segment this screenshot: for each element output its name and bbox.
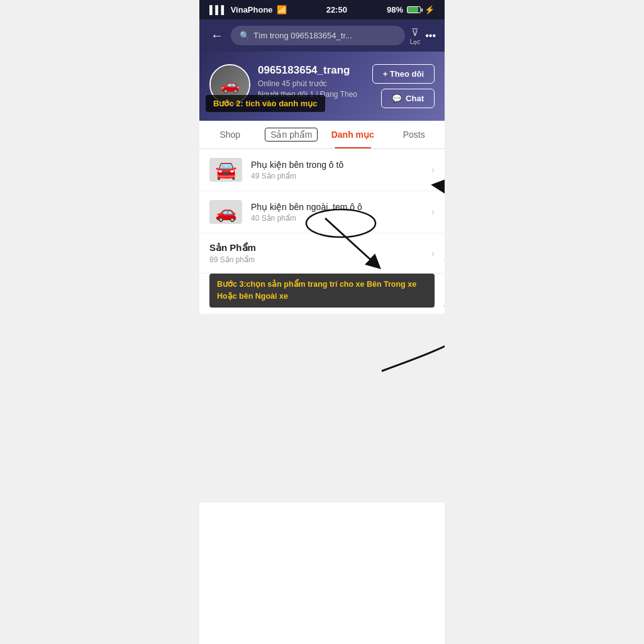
category-list: 🚘 Phụ kiện bên trong ô tô 49 Sản phẩm › … <box>199 149 445 233</box>
signal-icon: ▌▌▌ <box>209 5 227 14</box>
profile-actions: + Theo dõi 💬 Chat <box>372 64 435 108</box>
filter-label: Lọc <box>410 38 421 45</box>
profile-name: 0965183654_trang <box>258 64 365 77</box>
battery-icon <box>407 6 421 13</box>
section-count: 89 Sản phẩm <box>209 255 431 264</box>
nav-bar: ← 🔍 Tìm trong 0965183654_tr... ⊽ Lọc ••• <box>199 19 445 52</box>
status-bar: ▌▌▌ VinaPhone 📶 22:50 98% ⚡ <box>199 0 445 19</box>
tab-posts[interactable]: Posts <box>384 121 445 148</box>
filter-button[interactable]: ⊽ Lọc <box>410 26 421 45</box>
back-button[interactable]: ← <box>208 26 226 45</box>
chevron-icon: › <box>431 164 435 175</box>
category-name-interior: Phụ kiện bên trong ô tô <box>251 160 431 170</box>
filter-icon: ⊽ <box>411 26 419 38</box>
car-exterior-icon: 🚗 <box>215 202 237 223</box>
san-pham-section: Sản Phẩm 89 Sản phẩm › Bước 3:chọn sản p… <box>199 233 445 314</box>
section-name: Sản Phẩm <box>209 242 431 253</box>
search-text: Tìm trong 0965183654_tr... <box>253 31 352 40</box>
bottom-area <box>199 314 445 502</box>
more-icon[interactable]: ••• <box>425 30 436 42</box>
san-pham-label: Sản phẩm <box>265 128 318 142</box>
tab-san-pham[interactable]: Sản phẩm <box>261 121 323 148</box>
car-interior-icon: 🚘 <box>215 160 237 180</box>
step3-annotation: Bước 3:chọn sản phẩm trang trí cho xe Bê… <box>209 274 435 308</box>
category-thumb-interior: 🚘 <box>209 158 242 182</box>
profile-header: 🚗 0965183654_trang Online 45 phút trước … <box>199 52 445 121</box>
wifi-icon: 📶 <box>277 5 287 14</box>
nav-actions: ⊽ Lọc ••• <box>410 26 436 45</box>
category-info-interior: Phụ kiện bên trong ô tô 49 Sản phẩm <box>251 160 431 180</box>
chevron-icon-3: › <box>431 248 435 259</box>
category-thumb-exterior: 🚗 <box>209 200 242 224</box>
search-box[interactable]: 🔍 Tìm trong 0965183654_tr... <box>231 26 405 45</box>
category-count-exterior: 40 Sản phẩm <box>251 214 431 223</box>
follow-button[interactable]: + Theo dõi <box>372 64 435 84</box>
tab-shop[interactable]: Shop <box>199 121 261 148</box>
section-item-all[interactable]: Sản Phẩm 89 Sản phẩm › <box>199 233 445 274</box>
category-item-interior[interactable]: 🚘 Phụ kiện bên trong ô tô 49 Sản phẩm › <box>199 149 445 191</box>
status-time: 22:50 <box>326 5 347 14</box>
step2-annotation: Bước 2: tích vào danh mục <box>206 95 325 112</box>
status-battery: 98% ⚡ <box>387 5 435 14</box>
chat-icon: 💬 <box>392 94 402 103</box>
category-name-exterior: Phụ kiện bên ngoài, tem ô ô <box>251 202 431 212</box>
tab-danh-muc[interactable]: Danh mục <box>322 121 384 148</box>
tabs-bar: Shop Sản phẩm Danh mục Posts <box>199 121 445 149</box>
search-icon: 🔍 <box>240 31 250 40</box>
profile-status: Online 45 phút trước <box>258 79 365 88</box>
category-info-exterior: Phụ kiện bên ngoài, tem ô ô 40 Sản phẩm <box>251 202 431 223</box>
chat-button[interactable]: 💬 Chat <box>381 89 435 108</box>
status-carrier: ▌▌▌ VinaPhone 📶 <box>209 5 287 14</box>
chevron-icon-2: › <box>431 206 435 218</box>
category-count-interior: 49 Sản phẩm <box>251 172 431 180</box>
category-item-exterior[interactable]: 🚗 Phụ kiện bên ngoài, tem ô ô 40 Sản phẩ… <box>199 191 445 233</box>
section-info: Sản Phẩm 89 Sản phẩm <box>209 242 431 264</box>
